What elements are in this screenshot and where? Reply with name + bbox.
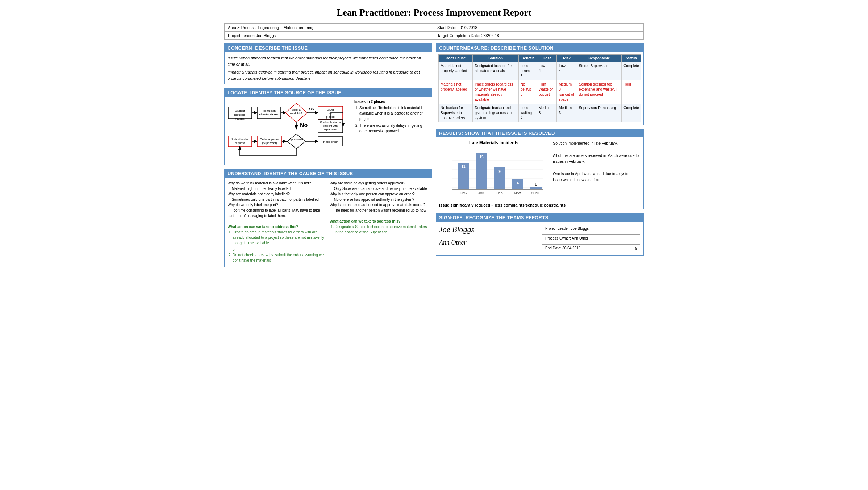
- row3-benefit: Less waiting4: [518, 104, 537, 122]
- understand-or: or: [228, 247, 327, 252]
- col-responsible: Responsible: [577, 55, 621, 62]
- results-header: RESULTS: SHOW THAT THE ISSUE IS RESOLVED: [436, 129, 643, 137]
- table-row: Materials not properly labelled Place or…: [439, 80, 641, 104]
- understand-right-q2: Why is it that only one person can appro…: [330, 191, 429, 197]
- issues-items: Sometimes Technicians think material is …: [354, 105, 429, 134]
- svg-text:MAR: MAR: [514, 191, 522, 195]
- understand-right-actions: Designate a Senior Technician to approve…: [330, 224, 429, 235]
- countermeasure-header: COUNTERMEASURE: DESCRIBE THE SOLUTION: [436, 44, 643, 52]
- svg-text:4: 4: [517, 181, 519, 185]
- issues-title: Issues in 2 places: [354, 100, 429, 104]
- meta-section: Area & Process: Engineering – Material o…: [224, 23, 644, 40]
- row2-root-cause: Materials not properly labelled: [439, 80, 473, 104]
- locate-section: LOCATE: IDENTIFY THE SOURCE OF THE ISSUE…: [224, 88, 432, 165]
- signoff-body: Joe Bloggs Ann Other Project Leader: Joe…: [436, 222, 643, 255]
- row1-risk: Low4: [557, 62, 577, 80]
- signoff-header: SIGN-OFF: RECOGNIZE THE TEAMS EFFORTS: [436, 213, 643, 222]
- row2-cost: HighWaste of budget: [537, 80, 557, 104]
- col-solution: Solution: [473, 55, 518, 62]
- row1-root-cause: Materials not properly labelled: [439, 62, 473, 80]
- chart-description: Solution implemented in late February. A…: [553, 140, 640, 183]
- col-cost: Cost: [537, 55, 557, 62]
- signature-1: Joe Bloggs: [439, 225, 538, 236]
- svg-text:requests: requests: [234, 113, 246, 116]
- page-title: Lean Practitioner: Process Improvement R…: [224, 7, 644, 18]
- locate-body: Student requests material Technician che…: [225, 97, 432, 165]
- results-summary: Issue significantly reduced – less compl…: [436, 201, 643, 209]
- svg-text:request: request: [235, 141, 245, 145]
- countermeasure-table: Root Cause Solution Benefit Cost Risk Re…: [438, 54, 641, 122]
- row1-cost: Low4: [537, 62, 557, 80]
- svg-text:Technician: Technician: [262, 109, 276, 112]
- understand-left-q2: Why are materials not clearly labelled?: [228, 191, 327, 197]
- concern-text1: Issue: When students request that we ord…: [228, 55, 429, 67]
- col-root-cause: Root Cause: [439, 55, 473, 62]
- svg-text:Place order: Place order: [323, 140, 338, 144]
- row1-status: Complete: [622, 62, 641, 80]
- process-owner-field: Process Owner: Ann Other: [542, 234, 640, 242]
- svg-text:Contact Lecturer/: Contact Lecturer/: [320, 121, 341, 124]
- locate-header: LOCATE: IDENTIFY THE SOURCE OF THE ISSUE: [225, 88, 432, 97]
- left-column: CONCERN: DESCRIBE THE ISSUE Issue: When …: [224, 43, 432, 267]
- row3-cost: Medium3: [537, 104, 557, 122]
- chart-title: Late Materials Incidents: [439, 140, 548, 145]
- understand-right-q3: Why is no one else authorised to approve…: [330, 202, 429, 208]
- end-date-field: End Date: 30/04/2018 9: [542, 244, 640, 252]
- flowchart-svg: Student requests material Technician che…: [228, 100, 351, 161]
- svg-text:checks stores: checks stores: [259, 113, 279, 116]
- svg-text:Yes: Yes: [309, 107, 314, 111]
- understand-right-a2: - No one else has approval authority in …: [330, 197, 429, 202]
- svg-text:material: material: [235, 117, 245, 120]
- row3-responsible: Supervisor/ Purchasing: [577, 104, 621, 122]
- col-status: Status: [622, 55, 641, 62]
- page-number: 9: [635, 246, 637, 250]
- understand-action-1: Create an area in materials stores for o…: [233, 229, 327, 246]
- understand-body: Why do we think material is available wh…: [225, 178, 432, 267]
- understand-left-action-title: What action can we take to address this?: [228, 224, 327, 229]
- understand-left-q1: Why do we think material is available wh…: [228, 180, 327, 186]
- understand-left: Why do we think material is available wh…: [228, 180, 327, 264]
- understand-action-2: Do not check stores – just submit the or…: [233, 252, 327, 263]
- svg-text:explanation: explanation: [324, 128, 337, 131]
- results-body: Late Materials Incidents: [436, 137, 643, 201]
- issues-list: Issues in 2 places Sometimes Technicians…: [354, 100, 429, 134]
- svg-text:1: 1: [535, 182, 537, 186]
- meta-leader: Project Leader: Joe Bloggs: [225, 32, 434, 40]
- svg-rect-64: [530, 187, 542, 189]
- svg-text:Material: Material: [292, 108, 301, 111]
- svg-text:9: 9: [498, 170, 501, 174]
- row3-status: Complete: [622, 104, 641, 122]
- understand-section: UNDERSTAND: IDENTIFY THE CAUSE OF THIS I…: [224, 169, 432, 267]
- concern-text2: Impact: Students delayed in starting the…: [228, 69, 429, 81]
- col-benefit: Benefit: [518, 55, 537, 62]
- understand-left-a3: - Too time consuming to label all parts.…: [228, 208, 327, 219]
- understand-right-action-1: Designate a Senior Technician to approve…: [335, 224, 429, 235]
- row3-risk: Medium3: [557, 104, 577, 122]
- svg-text:Order: Order: [327, 108, 334, 111]
- svg-text:Approved?: Approved?: [289, 138, 304, 141]
- results-section: RESULTS: SHOW THAT THE ISSUE IS RESOLVED…: [436, 129, 644, 209]
- svg-text:DEC: DEC: [460, 191, 467, 195]
- main-layout: CONCERN: DESCRIBE THE ISSUE Issue: When …: [224, 43, 644, 267]
- signature-2: Ann Other: [439, 239, 538, 248]
- meta-start-date: Start Date: : 01/2/2018: [434, 24, 643, 32]
- issue-item-2: There are occasionaly delays in getting …: [359, 123, 429, 134]
- svg-text:15: 15: [480, 155, 484, 159]
- svg-text:student with: student with: [323, 124, 338, 128]
- row2-responsible: Solution deemed too expensive and wastef…: [577, 80, 621, 104]
- row1-responsible: Stores Supervisor: [577, 62, 621, 80]
- understand-left-q3: Why do we only label one part?: [228, 202, 327, 208]
- concern-body: Issue: When students request that we ord…: [225, 52, 432, 84]
- svg-text:APRIL: APRIL: [531, 191, 541, 195]
- understand-left-actions-2: Do not check stores – just submit the or…: [228, 252, 327, 263]
- understand-right-a3: - The need for another person wasn't rec…: [330, 208, 429, 213]
- signature-area: Joe Bloggs Ann Other: [439, 225, 538, 252]
- issue-item-1: Sometimes Technicians think material is …: [359, 105, 429, 121]
- row2-status: Hold: [622, 80, 641, 104]
- row2-risk: Medium3run out of space: [557, 80, 577, 104]
- svg-text:(Supervisor): (Supervisor): [262, 141, 277, 145]
- svg-text:Order approval: Order approval: [260, 138, 279, 141]
- understand-left-a1: - Material might not be clearly labelled: [228, 186, 327, 191]
- understand-left-a2: - Sometimes only one part in a batch of …: [228, 197, 327, 202]
- svg-text:JAN: JAN: [479, 191, 485, 195]
